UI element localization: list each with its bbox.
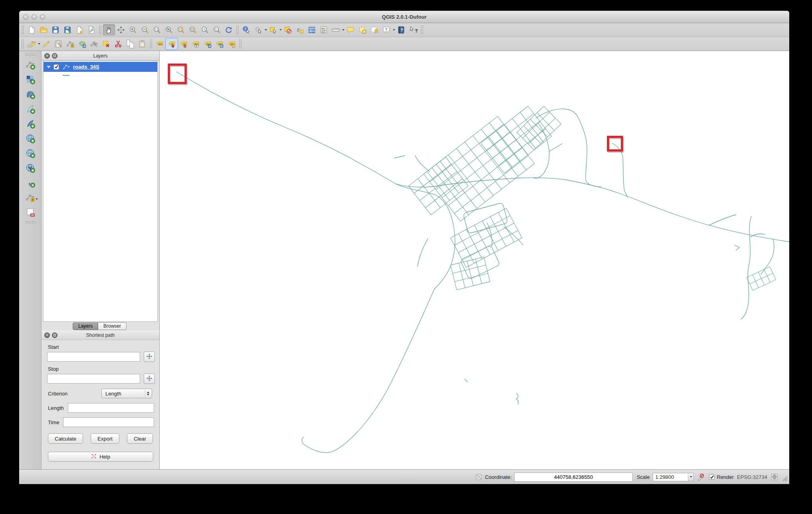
- layer-visibility-checkbox[interactable]: [53, 64, 59, 70]
- add-wfs-layer-button[interactable]: [23, 160, 38, 175]
- remove-layer-button[interactable]: [23, 205, 38, 219]
- start-input[interactable]: [47, 352, 140, 362]
- calculate-button[interactable]: Calculate: [48, 433, 83, 444]
- capture-start-point-button[interactable]: [144, 352, 155, 362]
- select-by-expression-button[interactable]: ε: [294, 24, 306, 36]
- toolbar-grip[interactable]: [25, 221, 36, 223]
- pin-unpin-labels-button[interactable]: ab: [166, 38, 178, 49]
- scale-combo[interactable]: 1:29800: [653, 473, 694, 481]
- clear-button[interactable]: Clear: [127, 433, 153, 444]
- run-feature-action-button[interactable]: [252, 24, 264, 36]
- zoom-actual-size-button[interactable]: 1:1: [151, 24, 163, 36]
- coordinate-input[interactable]: [514, 472, 633, 482]
- labeling-button[interactable]: abc: [154, 38, 166, 49]
- zoom-last-button[interactable]: [199, 24, 211, 36]
- open-attribute-table-button[interactable]: [306, 24, 318, 36]
- help-button[interactable]: Help: [48, 452, 153, 462]
- save-project-button[interactable]: [50, 24, 61, 36]
- add-oracle-layer-button[interactable]: [23, 131, 38, 146]
- pan-map-button[interactable]: [103, 24, 115, 36]
- open-project-button[interactable]: [38, 24, 50, 36]
- paste-features-button[interactable]: [136, 38, 148, 49]
- time-output[interactable]: [63, 417, 154, 427]
- field-calculator-button[interactable]: [318, 24, 330, 36]
- whats-this-button[interactable]: ?: [407, 24, 419, 36]
- copy-features-button[interactable]: [124, 38, 136, 49]
- cut-features-button[interactable]: [112, 38, 124, 49]
- zoom-to-selection-button[interactable]: [175, 24, 187, 36]
- stop-input[interactable]: [47, 374, 140, 384]
- zoom-window-button[interactable]: [40, 14, 45, 20]
- identify-features-button[interactable]: i: [240, 24, 252, 36]
- move-feature-button[interactable]: [76, 38, 88, 49]
- dropdown-arrow-icon[interactable]: [36, 198, 38, 200]
- rotate-label-button[interactable]: abc: [214, 38, 226, 49]
- coordinate-display-icon[interactable]: [475, 473, 483, 481]
- toolbar-grip[interactable]: [21, 25, 24, 35]
- tab-layers[interactable]: Layers: [73, 322, 98, 330]
- select-features-button[interactable]: [267, 24, 279, 36]
- close-window-button[interactable]: [23, 14, 28, 20]
- layer-item-roads-34S[interactable]: roads_34S: [44, 62, 157, 72]
- capture-stop-point-button[interactable]: [144, 374, 155, 384]
- show-bookmarks-button[interactable]: [368, 24, 380, 36]
- export-button[interactable]: Export: [91, 433, 119, 444]
- add-mssql-layer-button[interactable]: [23, 116, 38, 131]
- save-project-as-button[interactable]: [61, 24, 73, 36]
- tab-browser[interactable]: Browser: [98, 322, 127, 330]
- render-checkbox[interactable]: [709, 474, 715, 480]
- zoom-out-button[interactable]: [139, 24, 151, 36]
- new-bookmark-button[interactable]: [356, 24, 368, 36]
- current-edits-button[interactable]: [26, 38, 38, 49]
- stop-rendering-icon[interactable]: [697, 473, 705, 481]
- add-postgis-layer-button[interactable]: [23, 87, 38, 101]
- toolbar-grip[interactable]: [21, 39, 24, 49]
- node-tool-button[interactable]: [88, 38, 100, 49]
- toolbar-grip[interactable]: [25, 53, 36, 56]
- refresh-map-button[interactable]: [223, 24, 235, 36]
- criterion-select[interactable]: Length: [101, 389, 152, 398]
- toolbar-grip[interactable]: [99, 25, 101, 35]
- toolbar-grip[interactable]: [236, 25, 239, 35]
- add-delimited-text-layer-button[interactable]: ,: [23, 175, 38, 190]
- map-tips-button[interactable]: [345, 24, 356, 36]
- show-hidden-labels-button[interactable]: abc: [190, 38, 202, 49]
- toggle-editing-button[interactable]: [40, 38, 52, 49]
- new-project-button[interactable]: [26, 24, 38, 36]
- float-panel-icon[interactable]: [52, 53, 57, 59]
- map-canvas[interactable]: [160, 51, 789, 469]
- deselect-features-button[interactable]: [282, 24, 294, 36]
- toolbar-grip[interactable]: [149, 39, 152, 49]
- delete-selected-button[interactable]: [100, 38, 112, 49]
- zoom-to-layer-button[interactable]: [187, 24, 199, 36]
- measure-line-button[interactable]: [330, 24, 342, 36]
- window-resize-grip[interactable]: [782, 475, 788, 482]
- text-annotation-button[interactable]: T: [380, 24, 392, 36]
- toolbar-grip[interactable]: [239, 39, 242, 49]
- change-label-button[interactable]: abc: [226, 38, 238, 49]
- save-layer-edits-button[interactable]: [52, 38, 64, 49]
- crs-status-icon[interactable]: [770, 473, 778, 481]
- pan-to-selection-button[interactable]: [115, 24, 127, 36]
- zoom-in-button[interactable]: [127, 24, 139, 36]
- add-raster-layer-button[interactable]: [23, 72, 38, 87]
- composer-manager-button[interactable]: [85, 24, 97, 36]
- help-contents-button[interactable]: ?: [395, 24, 407, 36]
- add-feature-button[interactable]: [64, 38, 76, 49]
- zoom-full-button[interactable]: [163, 24, 175, 36]
- length-output[interactable]: [68, 403, 154, 413]
- toolbar-grip[interactable]: [420, 25, 423, 35]
- close-panel-icon[interactable]: ×: [44, 332, 50, 338]
- move-label-button[interactable]: abc: [202, 38, 214, 49]
- add-spatialite-layer-button[interactable]: [23, 101, 38, 116]
- minimize-window-button[interactable]: [32, 14, 37, 20]
- add-wms-layer-button[interactable]: [23, 146, 38, 160]
- new-shapefile-layer-button[interactable]: [23, 190, 38, 205]
- new-print-composer-button[interactable]: [73, 24, 85, 36]
- layer-expand-icon[interactable]: [47, 66, 51, 68]
- highlight-pinned-labels-button[interactable]: ab: [178, 38, 190, 49]
- close-panel-icon[interactable]: ×: [44, 53, 50, 59]
- float-panel-icon[interactable]: [52, 332, 57, 338]
- add-vector-layer-button[interactable]: [23, 57, 38, 72]
- zoom-next-button[interactable]: [211, 24, 223, 36]
